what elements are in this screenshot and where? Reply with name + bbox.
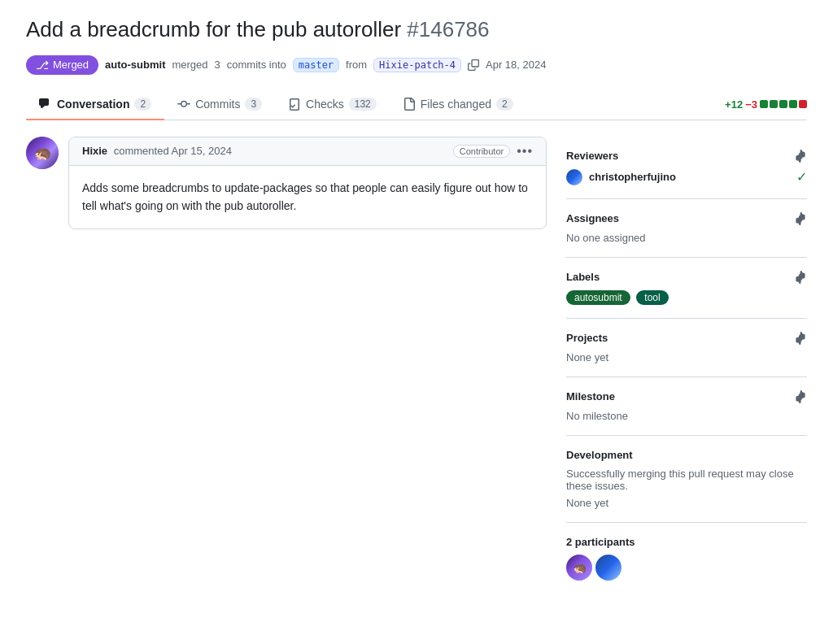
comment-actions: Contributor ••• [453,144,533,159]
diff-summary: +12 −3 [725,98,807,111]
development-title: Development [566,449,807,461]
sidebar-reviewers-section: Reviewers christopherfujino ✓ [566,137,807,199]
avatar-image: 🦔 [26,137,59,169]
contributor-badge: Contributor [453,145,510,158]
tab-commits-badge: 3 [245,98,262,111]
assignees-content: No one assigned [566,232,807,244]
sidebar: Reviewers christopherfujino ✓ Assignees [566,137,807,594]
comment-author[interactable]: Hixie [82,145,107,157]
main-layout: 🦔 Hixie commented Apr 15, 2024 Contribut… [26,137,807,594]
comment-body: Adds some breadcrumbs to update-packages… [69,166,546,228]
label-tool[interactable]: tool [636,290,668,305]
commits-icon [177,98,190,111]
projects-value: None yet [566,351,608,363]
pr-source-word: from [346,59,367,71]
avatar: 🦔 [26,137,59,169]
diff-bar-green-1 [760,100,768,108]
approved-icon: ✓ [796,169,807,185]
diff-additions: +12 [725,98,743,111]
more-options-icon[interactable]: ••• [517,144,533,159]
reviewer-avatar [566,169,582,185]
comment-meta: Hixie commented Apr 15, 2024 [82,145,232,157]
sidebar-assignees-section: Assignees No one assigned [566,199,807,258]
tab-files-label: Files changed [421,98,491,111]
assignees-title[interactable]: Assignees [566,212,807,225]
pr-action: merged [172,59,207,71]
conversation-area: 🦔 Hixie commented Apr 15, 2024 Contribut… [26,137,547,229]
diff-bar-green-4 [789,100,797,108]
settings-icon[interactable] [794,150,807,163]
sidebar-labels-section: Labels autosubmit tool [566,258,807,319]
labels-gear-icon[interactable] [794,271,807,284]
label-autosubmit[interactable]: autosubmit [566,290,630,305]
diff-bar-green-2 [770,100,778,108]
projects-content: None yet [566,351,807,363]
tab-checks-label: Checks [306,98,344,111]
sidebar-participants-section: 2 participants 🦔 [566,523,807,594]
sidebar-projects-section: Projects None yet [566,319,807,377]
comment-box: Hixie commented Apr 15, 2024 Contributor… [68,137,547,229]
milestone-value: No milestone [566,410,628,422]
comment-header: Hixie commented Apr 15, 2024 Contributor… [69,137,546,166]
reviewer-info: christopherfujino [566,169,676,185]
development-content: Successfully merging this pull request m… [566,468,807,509]
tabs-bar: Conversation 2 Commits 3 Checks 132 File… [26,89,807,120]
pr-author[interactable]: auto-submit [105,59,165,71]
reviewer-name[interactable]: christopherfujino [589,171,676,183]
labels-title[interactable]: Labels [566,271,807,284]
pr-date: Apr 18, 2024 [486,59,546,71]
source-branch[interactable]: Hixie-patch-4 [373,58,461,72]
assignees-value: No one assigned [566,232,646,244]
tab-files-changed[interactable]: Files changed 2 [390,89,526,120]
development-description: Successfully merging this pull request m… [566,468,807,492]
participants-title: 2 participants [566,536,807,548]
milestone-content: No milestone [566,410,807,422]
comment-date: Apr 15, 2024 [172,145,232,157]
reviewer-row: christopherfujino ✓ [566,169,807,185]
tab-files-badge: 2 [496,98,513,111]
checks-icon [288,98,301,111]
comment-action: commented [114,145,169,157]
copy-icon[interactable] [468,59,479,71]
comment-text: Adds some breadcrumbs to update-packages… [82,179,533,215]
tab-checks[interactable]: Checks 132 [275,89,390,120]
tab-commits-label: Commits [195,98,240,111]
projects-title[interactable]: Projects [566,332,807,345]
pr-title: Add a breadcrumb for the pub autoroller … [26,16,807,44]
participants-row: 🦔 [566,555,807,581]
assignees-gear-icon[interactable] [794,212,807,225]
tab-commits[interactable]: Commits 3 [164,89,275,120]
reviewers-title[interactable]: Reviewers [566,150,807,163]
files-icon [403,98,416,111]
target-branch[interactable]: master [293,58,339,72]
pr-meta: ⎇ Merged auto-submit merged 3 commits in… [26,55,807,75]
comment-wrapper: 🦔 Hixie commented Apr 15, 2024 Contribut… [26,137,547,229]
projects-gear-icon[interactable] [794,332,807,345]
sidebar-milestone-section: Milestone No milestone [566,377,807,436]
reviewers-content: christopherfujino ✓ [566,169,807,185]
participant-avatar-2[interactable] [595,555,621,581]
participant-avatar-1[interactable]: 🦔 [566,555,592,581]
pr-number: #146786 [407,17,489,41]
pr-commits-count: 3 [215,59,220,71]
diff-bar-green-3 [779,100,787,108]
tab-checks-badge: 132 [349,98,377,111]
conversation-icon [39,98,52,111]
diff-bar [760,100,807,108]
tab-conversation-label: Conversation [57,98,129,111]
tab-conversation-badge: 2 [134,98,151,111]
milestone-gear-icon[interactable] [794,390,807,403]
merge-icon: ⎇ [36,59,49,72]
labels-content: autosubmit tool [566,290,807,305]
sidebar-development-section: Development Successfully merging this pu… [566,436,807,523]
merged-badge: ⎇ Merged [26,55,98,75]
diff-bar-red-1 [799,100,807,108]
development-value: None yet [566,497,608,509]
milestone-title[interactable]: Milestone [566,390,807,403]
tab-conversation[interactable]: Conversation 2 [26,89,164,120]
pr-commits-text: commits into [227,59,286,71]
diff-deletions: −3 [745,98,757,111]
